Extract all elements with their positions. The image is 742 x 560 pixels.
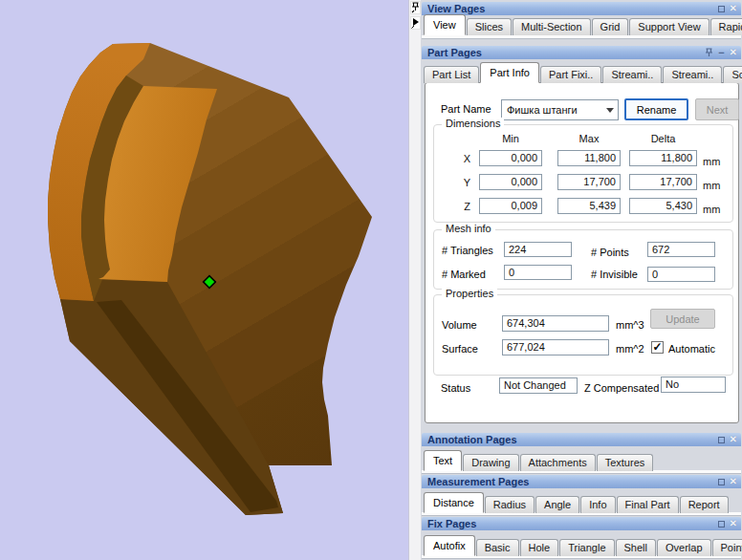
- pin-icon[interactable]: [705, 48, 713, 58]
- maximize-icon[interactable]: [718, 437, 725, 443]
- minimize-icon[interactable]: −: [718, 49, 724, 56]
- marked-label: # Marked: [442, 269, 486, 280]
- tab-info[interactable]: Info: [580, 496, 615, 513]
- tab-point[interactable]: Point: [712, 539, 742, 556]
- part-pages-header: Part Pages −✕: [422, 46, 741, 59]
- dock-splitter[interactable]: [408, 0, 421, 560]
- rename-button[interactable]: Rename: [624, 98, 688, 120]
- y-max-field: 17,700: [557, 174, 621, 190]
- tab-part-list[interactable]: Part List: [424, 66, 479, 83]
- measurement-pages-title: Measurement Pages: [427, 476, 718, 487]
- surface-unit-label: mm^2: [616, 343, 644, 355]
- x-min-field: 0,000: [479, 150, 542, 166]
- tab-multi-section[interactable]: Multi-Section: [513, 18, 591, 35]
- volume-field: 674,304: [502, 315, 609, 332]
- tab-rapidfit-view[interactable]: Rapidfit View: [710, 18, 742, 35]
- collapse-arrow-icon[interactable]: [410, 16, 421, 30]
- surface-label: Surface: [442, 343, 478, 355]
- tab-attachments[interactable]: Attachments: [520, 454, 596, 471]
- tab-slices[interactable]: Slices: [467, 18, 512, 35]
- tab-drawing[interactable]: Drawing: [463, 454, 518, 471]
- next-button[interactable]: Next: [695, 98, 739, 120]
- close-icon[interactable]: ✕: [730, 519, 737, 528]
- tab-overlap[interactable]: Overlap: [657, 539, 711, 556]
- y-delta-field: 17,700: [629, 174, 697, 190]
- pin-icon[interactable]: [410, 1, 421, 14]
- measurement-pages-header: Measurement Pages ✕: [422, 475, 741, 488]
- annotation-pages-title: Annotation Pages: [427, 434, 718, 445]
- maximize-icon[interactable]: [718, 521, 725, 528]
- tab-triangle[interactable]: Triangle: [559, 539, 614, 556]
- tab-scenes[interactable]: Scenes: [723, 66, 742, 83]
- automatic-checkbox[interactable]: ✓: [651, 341, 664, 354]
- close-icon[interactable]: ✕: [730, 477, 737, 486]
- marked-field: 0: [504, 265, 572, 280]
- maximize-icon[interactable]: [718, 479, 725, 485]
- y-axis-label: Y: [453, 177, 470, 188]
- close-icon[interactable]: ✕: [730, 4, 737, 13]
- x-unit-label: mm: [703, 156, 720, 167]
- z-unit-label: mm: [703, 204, 720, 215]
- mesh-info-legend: Mesh info: [442, 223, 495, 234]
- 3d-viewport[interactable]: [0, 0, 408, 560]
- tab-radius[interactable]: Radius: [485, 496, 535, 513]
- mesh-info-group: Mesh info # Triangles 224 # Points 672 #…: [433, 229, 733, 290]
- chevron-down-icon[interactable]: [602, 108, 618, 113]
- tab-streami[interactable]: Streami..: [663, 66, 722, 83]
- fix-pages-title: Fix Pages: [427, 518, 718, 529]
- part-pages-title: Part Pages: [427, 47, 705, 58]
- tab-part-fixi[interactable]: Part Fixi..: [540, 66, 601, 83]
- part-info-page: Part Name Фишка штанги Rename Next Dimen…: [425, 82, 739, 423]
- volume-label: Volume: [442, 319, 477, 331]
- part-pages-tabs: Part ListPart InfoPart Fixi..Streami..St…: [424, 64, 739, 83]
- fix-pages-header: Fix Pages ✕: [422, 517, 741, 530]
- tab-streami[interactable]: Streami..: [602, 66, 662, 83]
- part-name-value: Фишка штанги: [502, 104, 602, 116]
- tab-view[interactable]: View: [424, 14, 466, 35]
- tab-report[interactable]: Report: [680, 496, 729, 513]
- view-pages-header: View Pages ✕: [422, 2, 741, 15]
- triangles-field: 224: [504, 242, 572, 257]
- part-name-combobox[interactable]: Фишка штанги: [501, 99, 619, 120]
- maximize-icon[interactable]: [718, 6, 725, 12]
- view-pages-title: View Pages: [427, 3, 718, 14]
- z-max-field: 5,439: [557, 198, 621, 214]
- x-axis-label: X: [453, 153, 470, 164]
- part-name-label: Part Name: [441, 103, 491, 115]
- tab-part-info[interactable]: Part Info: [480, 62, 539, 83]
- min-column-header: Min: [479, 133, 542, 144]
- update-button[interactable]: Update: [650, 309, 715, 329]
- dock-panel-column: View Pages ✕ ViewSlicesMulti-SectionGrid…: [421, 0, 742, 560]
- x-max-field: 11,800: [557, 150, 621, 166]
- tab-autofix[interactable]: Autofix: [424, 535, 475, 556]
- tab-grid[interactable]: Grid: [592, 18, 629, 35]
- surface-field: 677,024: [502, 339, 609, 355]
- triangles-label: # Triangles: [442, 245, 493, 256]
- tab-text[interactable]: Text: [424, 450, 462, 471]
- x-delta-field: 11,800: [629, 150, 697, 166]
- points-label: # Points: [591, 247, 629, 258]
- points-field: 672: [647, 242, 715, 257]
- y-unit-label: mm: [703, 180, 720, 191]
- tab-textures[interactable]: Textures: [597, 454, 654, 471]
- view-pages-tabs: ViewSlicesMulti-SectionGridSupport ViewR…: [424, 16, 739, 35]
- status-field: Not Changed: [499, 377, 578, 394]
- tab-final-part[interactable]: Final Part: [617, 496, 679, 513]
- z-compensated-field: No: [661, 377, 726, 393]
- close-icon[interactable]: ✕: [730, 435, 737, 444]
- dimensions-legend: Dimensions: [442, 118, 504, 129]
- tab-angle[interactable]: Angle: [535, 496, 579, 513]
- measurement-pages-tabs: DistanceRadiusAngleInfoFinal PartReport: [424, 494, 739, 513]
- close-icon[interactable]: ✕: [730, 48, 737, 57]
- automatic-label: Automatic: [668, 343, 715, 355]
- tab-support-view[interactable]: Support View: [629, 18, 709, 35]
- tab-hole[interactable]: Hole: [520, 539, 559, 556]
- z-min-field: 0,009: [479, 198, 542, 214]
- tab-shell[interactable]: Shell: [616, 539, 656, 556]
- z-delta-field: 5,430: [629, 198, 697, 214]
- tab-distance[interactable]: Distance: [424, 492, 484, 513]
- y-min-field: 0,000: [479, 174, 542, 190]
- invisible-field: 0: [647, 267, 715, 282]
- tab-basic[interactable]: Basic: [476, 539, 519, 556]
- z-axis-label: Z: [453, 201, 470, 212]
